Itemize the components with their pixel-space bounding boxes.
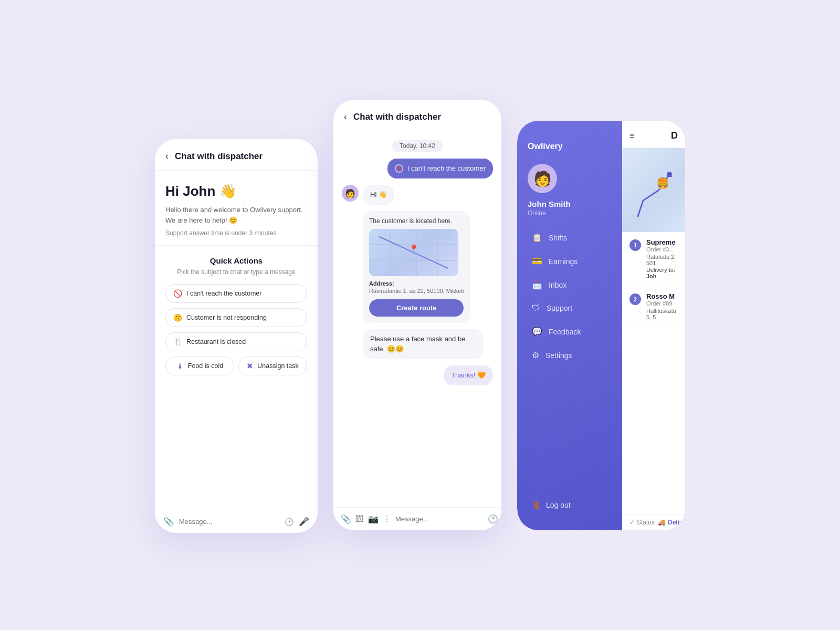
create-route-button[interactable]: Create route [369,299,464,317]
sidebar-brand: Owlivery [528,142,612,151]
attach-icon[interactable]: 📎 [163,517,174,527]
map-intro-text: The customer is located here. [369,217,464,225]
qa-btn-2[interactable]: 🤫 Customer is not responding [165,308,307,327]
shifts-icon: 📋 [532,233,542,243]
phone2-header: ‹ Chat with dispatcher [333,100,501,131]
logout-icon: 🚪 [532,501,541,509]
phone2-clock-icon: 🕐 [488,514,498,524]
phone1-welcome: Hi John 👋 Hello there and welcome to Owl… [155,171,318,246]
qa-btn-1[interactable]: 🚫 I can't reach the customer [165,284,307,303]
chat-area: Today, 10:42 🚫 I can't reach the custome… [333,131,501,494]
side-content-header: ≡ D [622,121,685,148]
order-item-1: 1 Supreme Order #3... Ratakatu 2, 501 De… [622,232,685,286]
inbox-icon: 📩 [532,280,542,290]
phone2-message-input[interactable] [395,515,484,523]
msg-thanks: Thanks! 🧡 [444,365,493,385]
earnings-icon: 💳 [532,256,542,266]
back-icon[interactable]: ‹ [165,151,169,162]
sidebar-item-shifts[interactable]: 📋 Shifts [528,227,612,248]
qa-btn-5-label: Unassign task [257,362,299,370]
sidebar-label-inbox: Inbox [549,281,566,289]
not-responding-icon: 🤫 [173,313,182,322]
sidebar-item-support[interactable]: 🛡 Support [528,298,612,318]
phone-3: Owlivery 🧑 John Smith Online 📋 Shifts 💳 … [517,121,685,530]
order-name-2: Rosso M [646,292,678,300]
delivery-label: Deliv [668,519,683,526]
sidebar-item-inbox[interactable]: 📩 Inbox [528,275,612,295]
sidebar-item-settings[interactable]: ⚙ Settings [528,345,612,365]
order-item-2: 2 Rosso M Order #89 Hallituskatu 5, 5 [622,286,685,327]
sidebar-label-shifts: Shifts [549,234,567,242]
phone1-quick-actions: Quick Actions Pick the subject to chat o… [155,246,318,387]
phone2-image-icon[interactable]: 🖼 [355,514,364,524]
order-num-2: 2 [629,293,641,305]
phone2-attach-icon[interactable]: 📎 [341,514,351,524]
map-placeholder: 📍 [369,229,458,276]
side-content: ≡ D 🍔 1 Supreme Or [622,121,685,530]
qa-btn-4-label: Food is cold [188,362,223,370]
sidebar-avatar: 🧑 [528,164,557,193]
qa-btn-1-label: I can't reach the customer [186,290,261,297]
no-reach-icon: 🚫 [395,164,403,173]
scene: ‹ Chat with dispatcher Hi John 👋 Hello t… [79,52,761,578]
phone3-inner: Owlivery 🧑 John Smith Online 📋 Shifts 💳 … [517,121,685,530]
phone2-more-icon[interactable]: ⋮ [383,514,391,524]
qa-btn-4[interactable]: 🌡 Food is cold [165,356,234,375]
delivery-truck-icon: 🚚 [658,519,666,526]
order-info-2: Rosso M Order #89 Hallituskatu 5, 5 [646,292,678,320]
sidebar-label-feedback: Feedback [549,328,581,336]
hamburger-icon[interactable]: ≡ [629,131,634,141]
support-icon: 🛡 [532,303,540,313]
clock-icon: 🕐 [285,518,293,526]
settings-icon: ⚙ [532,350,539,360]
quick-actions-title: Quick Actions [165,256,307,265]
check-icon: ✓ [629,519,635,526]
qa-btn-5[interactable]: ✖ Unassign task [238,356,307,375]
order-id-1: Order #3... [646,246,678,253]
status-action-btn[interactable]: ✓ Status [629,519,655,526]
feedback-icon: 💬 [532,327,542,337]
order-name-1: Supreme [646,238,678,246]
phone1-message-bar: 📎 🕐 🎤 [155,510,318,533]
mic-icon[interactable]: 🎤 [299,517,309,527]
msg-sent-1-text: I can't reach the customer [407,164,486,173]
map-card: The customer is located here. 📍 Address:… [363,211,470,323]
phone1-header: ‹ Chat with dispatcher [155,139,318,171]
order-num-1: 1 [629,239,641,251]
content-map-area: 🍔 [622,148,685,232]
phone1-greeting: Hi John 👋 [165,183,307,200]
content-header-initial: D [671,130,678,141]
sidebar-label-support: Support [547,304,572,312]
phone-1: ‹ Chat with dispatcher Hi John 👋 Hello t… [155,139,318,533]
msg-received-hi: Hi 👋 [363,185,394,205]
sidebar-logout[interactable]: 🚪 Log out [528,496,612,514]
order-addr-2: Hallituskatu 5, 5 [646,308,678,320]
address-text: Raviradantie 1, as 22, 50100, Mikkeli [369,288,464,294]
address-label: Address: [369,280,464,287]
sidebar-panel: Owlivery 🧑 John Smith Online 📋 Shifts 💳 … [517,121,622,530]
sidebar-item-feedback[interactable]: 💬 Feedback [528,321,612,342]
phone1-description: Hello there and welcome to Owlivery supp… [165,205,307,225]
dispatcher-avatar: 🧑 [342,185,359,202]
sidebar-label-settings: Settings [545,351,572,360]
map-pin: 📍 [408,244,419,254]
order-info-1: Supreme Order #3... Ratakatu 2, 501 Deli… [646,238,678,279]
phone1-message-input[interactable] [179,518,279,526]
phone2-camera-icon[interactable]: 📷 [368,514,379,524]
quick-actions-subtitle: Pick the subject to chat or type a messa… [165,268,307,276]
received-row-1: 🧑 Hi 👋 [342,185,493,205]
order-addr-1: Ratakatu 2, 501 [646,254,678,266]
sidebar-name: John Smith [528,200,612,208]
order-id-2: Order #89 [646,300,678,307]
phone2-back-icon[interactable]: ‹ [344,111,347,122]
sidebar-status: Online [528,209,612,217]
order-actions-bar: ✓ Status 🚚 Deliv [622,514,685,530]
sidebar-item-earnings[interactable]: 💳 Earnings [528,251,612,271]
qa-btns-row: 🌡 Food is cold ✖ Unassign task [165,356,307,381]
qa-btn-3[interactable]: 🍴 Restaurant is closed [165,332,307,351]
sidebar-nav: 📋 Shifts 💳 Earnings 📩 Inbox 🛡 Support [528,227,612,490]
restaurant-closed-icon: 🍴 [173,338,182,346]
sidebar-label-earnings: Earnings [549,257,578,266]
delivery-action-btn[interactable]: 🚚 Deliv [658,519,683,526]
food-cold-icon: 🌡 [176,362,184,370]
